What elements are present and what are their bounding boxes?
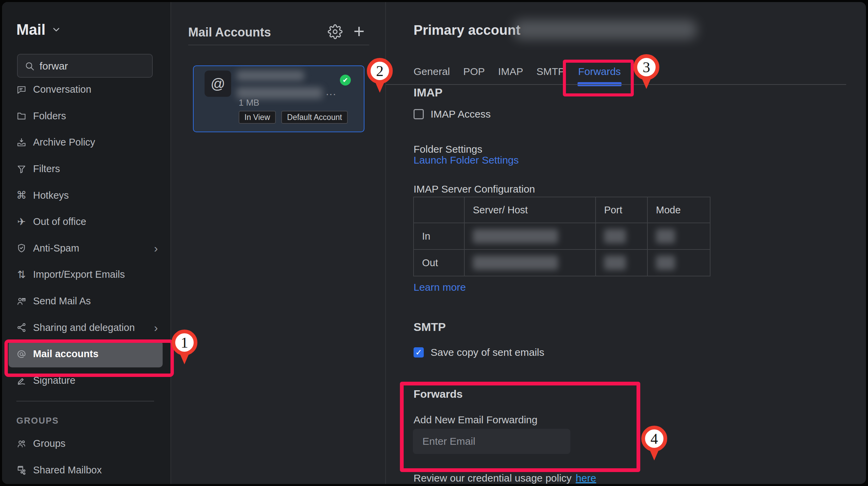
share-icon — [16, 322, 27, 333]
account-tabs: General POP IMAP SMTP Forwards — [414, 66, 621, 86]
shield-check-icon — [16, 243, 27, 253]
add-account-button[interactable]: + — [350, 22, 368, 41]
command-icon: ⌘ — [16, 190, 27, 200]
sidebar-item-shared-mailbox[interactable]: Shared Mailbox — [9, 457, 163, 484]
forwarding-email-input[interactable] — [413, 429, 570, 454]
archive-icon — [16, 137, 27, 148]
sidebar-item-label: Groups — [33, 438, 65, 449]
accounts-settings-button[interactable] — [327, 23, 344, 40]
email-ellipsis: ... — [326, 86, 336, 97]
funnel-icon — [16, 164, 27, 174]
save-copy-checkbox[interactable]: ✓ — [414, 347, 424, 358]
app-switcher[interactable]: Mail — [16, 21, 61, 38]
folder-icon — [16, 111, 27, 121]
in-view-badge: In View — [239, 111, 276, 124]
save-copy-row: ✓ Save copy of sent emails — [414, 347, 544, 358]
sidebar-item-filters[interactable]: Filters — [9, 156, 163, 182]
chevron-right-icon: › — [154, 322, 158, 333]
at-glyph: @ — [211, 76, 225, 92]
sidebar-item-label: Archive Policy — [33, 137, 95, 148]
settings-search[interactable] — [17, 54, 153, 78]
screenshot-frame: Mail Conversation Folders Archive Policy… — [0, 0, 868, 486]
annotation-pin-4: 4 — [641, 426, 667, 452]
primary-email-redacted — [513, 20, 697, 40]
account-email-redacted — [237, 87, 323, 99]
sidebar-item-mail-accounts[interactable]: Mail accounts — [9, 341, 163, 367]
sidebar-item-label: Shared Mailbox — [33, 465, 102, 476]
annotation-pin-1: 1 — [171, 330, 197, 355]
mode-value-redacted — [656, 229, 675, 243]
tab-forwards[interactable]: Forwards — [578, 66, 621, 86]
pin-pointer — [648, 445, 661, 460]
annotation-pin-3: 3 — [633, 54, 659, 80]
table-header-server: Server/ Host — [464, 197, 596, 223]
account-storage-size: 1 MB — [239, 97, 259, 108]
at-sign-icon — [16, 349, 27, 359]
sidebar-item-label: Send Mail As — [33, 295, 91, 307]
tabs-divider — [386, 84, 846, 85]
imap-server-table: Server/ Host Port Mode In Out — [413, 197, 710, 276]
default-account-badge: Default Account — [281, 111, 348, 124]
smtp-section-heading: SMTP — [414, 320, 446, 334]
chevron-down-icon — [51, 25, 61, 35]
sidebar-item-signature[interactable]: Signature — [9, 367, 163, 394]
port-value-redacted — [604, 229, 626, 243]
sidebar-item-label: Sharing and delegation — [33, 322, 135, 333]
sidebar-item-groups[interactable]: Groups — [9, 430, 163, 457]
groups-nav: Groups Shared Mailbox — [9, 430, 163, 483]
tab-general[interactable]: General — [414, 66, 450, 86]
annotation-pin-2: 2 — [367, 58, 393, 84]
chevron-right-icon: › — [154, 242, 158, 254]
mail-settings-app: Mail Conversation Folders Archive Policy… — [2, 2, 866, 484]
tab-smtp[interactable]: SMTP — [536, 66, 565, 86]
shared-mailbox-icon — [16, 465, 27, 475]
sidebar-item-label: Signature — [33, 375, 75, 386]
sidebar-item-label: Hotkeys — [33, 190, 69, 201]
pin-pointer — [178, 349, 191, 364]
imap-access-checkbox[interactable] — [414, 109, 424, 119]
sidebar-section-divider — [16, 401, 154, 401]
sidebar-item-anti-spam[interactable]: Anti-Spam › — [9, 235, 163, 262]
sidebar-item-folders[interactable]: Folders — [9, 103, 163, 130]
verified-check-icon: ✔ — [340, 75, 351, 86]
sidebar-divider — [170, 2, 171, 484]
tab-pop[interactable]: POP — [463, 66, 485, 86]
account-card[interactable]: @ ... ✔ 1 MB In View Default Account — [193, 65, 364, 132]
sidebar-item-out-of-office[interactable]: ✈ Out of office — [9, 209, 163, 235]
sidebar-item-label: Mail accounts — [33, 348, 99, 360]
server-value-redacted — [473, 229, 558, 243]
tab-imap[interactable]: IMAP — [498, 66, 523, 86]
row-label-out: Out — [414, 249, 464, 276]
pin-number: 1 — [171, 330, 197, 355]
sidebar-item-sharing-delegation[interactable]: Sharing and delegation › — [9, 314, 163, 341]
sidebar-item-import-export[interactable]: ⇅ Import/Export Emails — [9, 261, 163, 288]
gear-icon — [328, 24, 343, 39]
table-row: Out — [414, 249, 710, 276]
pin-pointer — [373, 78, 386, 93]
port-value-redacted — [604, 256, 626, 270]
settings-nav: Conversation Folders Archive Policy Filt… — [9, 76, 163, 394]
app-title-label: Mail — [16, 21, 46, 38]
sidebar-item-conversation[interactable]: Conversation — [9, 76, 163, 103]
sidebar-item-label: Anti-Spam — [33, 243, 79, 254]
policy-here-link[interactable]: here — [576, 472, 596, 484]
arrows-up-down-icon: ⇅ — [16, 270, 27, 280]
imap-server-config-label: IMAP Server Configuration — [414, 183, 535, 195]
table-header-port: Port — [596, 197, 647, 223]
sidebar-item-hotkeys[interactable]: ⌘ Hotkeys — [9, 182, 163, 209]
server-value-redacted — [473, 256, 558, 270]
sidebar-item-label: Folders — [33, 110, 66, 122]
search-input[interactable] — [39, 55, 149, 78]
plus-icon: + — [354, 23, 365, 40]
learn-more-link[interactable]: Learn more — [414, 282, 466, 293]
sidebar-item-archive-policy[interactable]: Archive Policy — [9, 129, 163, 156]
accounts-header-divider — [188, 45, 369, 45]
panel-divider — [385, 2, 386, 484]
launch-folder-settings-link[interactable]: Launch Folder Settings — [414, 154, 519, 166]
pin-number: 4 — [641, 426, 667, 452]
pin-number: 3 — [633, 54, 659, 80]
pin-number: 2 — [367, 58, 393, 84]
sidebar-item-label: Filters — [33, 163, 60, 174]
policy-text: Review our credential usage policy — [414, 472, 572, 484]
sidebar-item-send-mail-as[interactable]: Send Mail As — [9, 288, 163, 315]
